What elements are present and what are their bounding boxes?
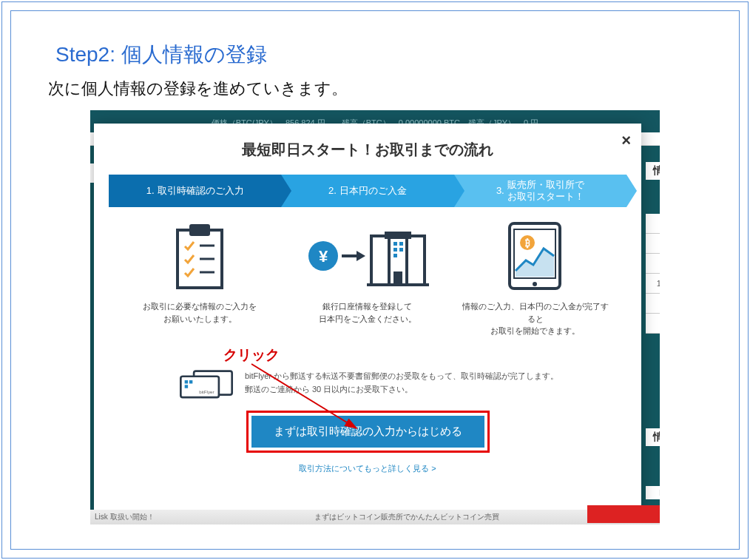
start-verification-button[interactable]: まずは取引時確認の入力からはじめる bbox=[251, 416, 484, 448]
more-info-link[interactable]: 取引方法についてもっと詳しく見る > bbox=[94, 463, 641, 474]
onboarding-modal: × 最短即日スタート！お取引までの流れ 1. 取引時確認のご入力 2. 日本円の… bbox=[94, 124, 641, 513]
side-num: 4 bbox=[646, 294, 660, 314]
svg-rect-12 bbox=[393, 242, 397, 246]
svg-text:¥: ¥ bbox=[319, 247, 328, 266]
svg-rect-26 bbox=[185, 380, 188, 383]
step-2: 2. 日本円のご入金 bbox=[281, 175, 453, 207]
icon-row: お取引に必要な情報のご入力を お願いいたします。 ¥ bbox=[116, 219, 619, 337]
svg-rect-13 bbox=[399, 242, 403, 246]
footer-note: bitFlyer bitFlyer から郵送する転送不要書留郵便のお受取をもって… bbox=[94, 367, 641, 400]
side-num: 2 bbox=[646, 314, 660, 334]
modal-title: 最短即日スタート！お取引までの流れ bbox=[94, 124, 641, 175]
step-3-label: 販売所・取引所で お取引スタート！ bbox=[507, 179, 584, 203]
step-1-label: 取引時確認のご入力 bbox=[158, 185, 244, 197]
side-num: 9 bbox=[646, 234, 660, 254]
step-1: 1. 取引時確認のご入力 bbox=[109, 175, 281, 207]
bottom-left-text: Lisk 取扱い開始！ bbox=[95, 510, 155, 524]
step3-illustration: ₿ 情報のご入力、日本円のご入金が完了すると お取引を開始できます。 bbox=[460, 219, 611, 337]
side-num: 8 bbox=[646, 214, 660, 234]
svg-rect-16 bbox=[393, 254, 397, 257]
step-title: Step2: 個人情報の登録 bbox=[55, 41, 709, 69]
step1-illustration: お取引に必要な情報のご入力を お願いいたします。 bbox=[124, 219, 275, 337]
side-info-label: 情 bbox=[646, 162, 660, 180]
intro-text: 次に個人情報の登録を進めていきます。 bbox=[48, 78, 709, 100]
step-2-num: 2. bbox=[328, 185, 337, 197]
svg-rect-28 bbox=[185, 385, 188, 388]
svg-rect-27 bbox=[189, 380, 192, 383]
mail-card-icon: bitFlyer bbox=[177, 367, 236, 400]
footer-note-text: bitFlyer から郵送する転送不要書留郵便のお受取をもって、取引時確認が完了… bbox=[245, 370, 558, 396]
steps-bar: 1. 取引時確認のご入力 2. 日本円のご入金 3. 販売所・取引所で お取引ス… bbox=[109, 175, 626, 207]
svg-rect-17 bbox=[393, 271, 402, 285]
side-info-label-2: 情 bbox=[646, 428, 660, 446]
step2-desc: 銀行口座情報を登録して 日本円をご入金ください。 bbox=[292, 300, 443, 325]
svg-text:bitFlyer: bitFlyer bbox=[199, 388, 214, 394]
cta-highlight-border: まずは取引時確認の入力からはじめる bbox=[246, 411, 490, 453]
svg-rect-1 bbox=[189, 224, 210, 236]
svg-rect-15 bbox=[399, 248, 403, 252]
step-3-num: 3. bbox=[496, 185, 504, 197]
svg-point-21 bbox=[533, 282, 537, 286]
step2-illustration: ¥ bbox=[292, 219, 443, 337]
side-numbers: 8 9 7 1,4 4 2 bbox=[646, 214, 660, 334]
yen-bank-icon: ¥ bbox=[305, 221, 430, 291]
side-bf-label: BF bbox=[646, 486, 660, 499]
modal-screenshot: 価格（BTC/JPY） 856,824 円 残高（BTC） 0.00000000… bbox=[90, 110, 660, 524]
step-3: 3. 販売所・取引所で お取引スタート！ bbox=[454, 175, 626, 207]
step1-desc: お取引に必要な情報のご入力を お願いいたします。 bbox=[124, 300, 275, 325]
clipboard-icon bbox=[170, 221, 229, 291]
bottom-center-text: まずはビットコイン販売所でかんたんビットコイン売買 bbox=[314, 513, 499, 521]
step3-desc: 情報のご入力、日本円のご入金が完了すると お取引を開始できます。 bbox=[460, 300, 611, 337]
side-num: 1,4 bbox=[646, 274, 660, 294]
click-annotation-label: クリック bbox=[223, 345, 280, 365]
svg-marker-7 bbox=[357, 251, 365, 261]
close-icon[interactable]: × bbox=[621, 131, 631, 150]
bg-bottom-strip: Lisk 取扱い開始！ まずはビットコイン販売所でかんたんビットコイン売買 bbox=[90, 510, 660, 524]
svg-rect-14 bbox=[393, 248, 397, 252]
bg-red-button bbox=[587, 505, 660, 523]
svg-text:₿: ₿ bbox=[525, 237, 530, 249]
step-2-label: 日本円のご入金 bbox=[339, 185, 407, 197]
tablet-chart-icon: ₿ bbox=[504, 219, 567, 293]
step-1-num: 1. bbox=[146, 185, 155, 197]
side-num: 7 bbox=[646, 254, 660, 274]
